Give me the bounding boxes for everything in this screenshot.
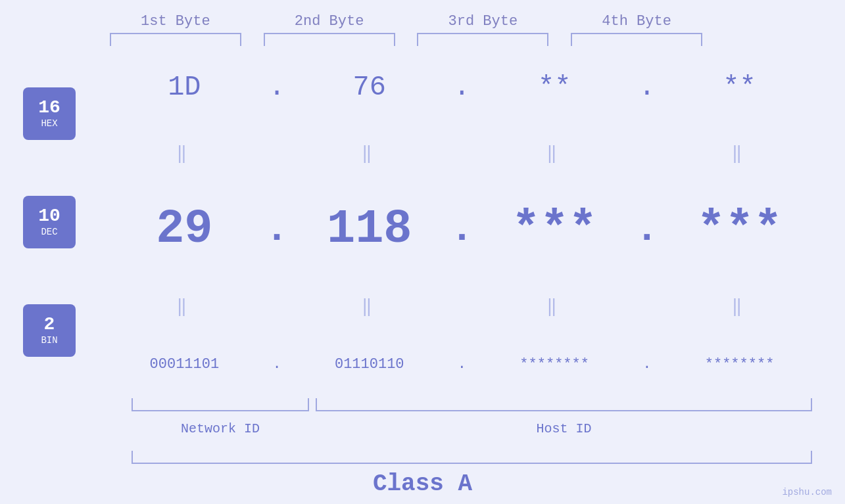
dec-badge-num: 10 [38,207,60,225]
byte4-header: 4th Byte [571,13,702,30]
hex-dot1: . [264,72,290,103]
byte-headers-row: 1st Byte 2nd Byte 3rd Byte 4th Byte [0,13,845,30]
bin-dot1: . [264,356,290,373]
hex-row: 1D . 76 . ** . ** [99,72,845,103]
bin-dot3: . [634,356,660,373]
main-container: 1st Byte 2nd Byte 3rd Byte 4th Byte 16 H… [0,0,845,504]
host-id-label: Host ID [316,421,812,436]
bin-badge-num: 2 [44,315,55,334]
data-columns: 1D . 76 . ** . ** [99,46,845,398]
dec-dot1: . [264,207,290,252]
dec-b1: 29 [118,202,250,256]
sep2-b2: ‖ [304,296,435,317]
dec-badge: 10 DEC [23,196,76,248]
bin-b2: 01110110 [304,356,435,373]
id-labels-row: Network ID Host ID [0,421,845,444]
hex-badge-num: 16 [38,99,60,117]
watermark: ipshu.com [782,487,832,497]
bracket-byte3 [417,33,548,46]
sep-b3: ‖ [489,143,620,164]
bottom-brackets-container [0,398,845,418]
outer-bracket-row [0,451,845,464]
hex-badge-label: HEX [41,118,57,129]
byte2-header: 2nd Byte [264,13,395,30]
bottom-section: Network ID Host ID Class A [0,398,845,504]
dec-row: 29 . 118 . *** . *** [99,202,845,256]
hex-b4: ** [674,72,806,103]
sep2-b3: ‖ [489,296,620,317]
bracket-byte1 [110,33,241,46]
bracket-byte2 [264,33,395,46]
badges-column: 16 HEX 10 DEC 2 BIN [0,46,99,398]
hex-dot3: . [634,72,660,103]
dec-dot2: . [448,207,475,252]
byte3-header: 3rd Byte [417,13,548,30]
bracket-byte4 [571,33,702,46]
bin-b1: 00011101 [118,356,250,373]
dec-b4: *** [674,202,806,256]
top-brackets-row [0,33,845,46]
hex-b3: ** [489,72,620,103]
bin-row: 00011101 . 01110110 . ******** . [99,356,845,373]
bin-b3: ******** [489,356,620,373]
network-id-bracket [132,398,309,411]
dec-b3: *** [489,202,620,256]
bin-dot2: . [448,356,475,373]
dec-dot3: . [634,207,660,252]
sep-row-2: ‖ ‖ ‖ ‖ [99,296,845,317]
hex-badge: 16 HEX [23,87,76,140]
sep-b4: ‖ [674,143,806,164]
byte1-header: 1st Byte [110,13,241,30]
sep2-b1: ‖ [118,296,250,317]
sep-row-1: ‖ ‖ ‖ ‖ [99,143,845,164]
dec-b2: 118 [304,202,435,256]
hex-b1: 1D [118,72,250,103]
hex-dot2: . [448,72,475,103]
hex-b2: 76 [304,72,435,103]
bin-b4: ******** [674,356,806,373]
content-area: 16 HEX 10 DEC 2 BIN 1D . [0,46,845,398]
bin-badge: 2 BIN [23,304,76,357]
sep-b2: ‖ [304,143,435,164]
bin-badge-label: BIN [41,335,57,346]
class-bracket [132,451,812,464]
sep2-b4: ‖ [674,296,806,317]
sep-b1: ‖ [118,143,250,164]
network-id-label: Network ID [132,421,309,436]
class-label: Class A [0,470,845,497]
dec-badge-label: DEC [41,227,57,237]
host-id-bracket [316,398,812,411]
